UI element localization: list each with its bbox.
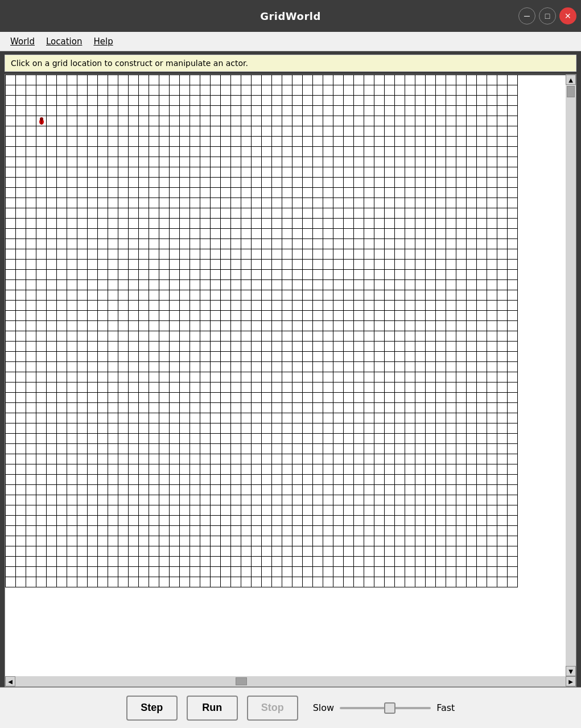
grid-cell[interactable] [426,434,436,444]
grid-cell[interactable] [57,198,67,208]
grid-cell[interactable] [57,280,67,290]
grid-cell[interactable] [190,96,200,106]
grid-cell[interactable] [354,393,364,403]
grid-cell[interactable] [77,423,88,434]
grid-cell[interactable] [467,301,477,311]
grid-cell[interactable] [467,311,477,321]
grid-cell[interactable] [231,393,241,403]
grid-cell[interactable] [200,464,211,475]
grid-cell[interactable] [241,393,252,403]
grid-cell[interactable] [159,444,170,454]
grid-cell[interactable] [170,188,180,198]
grid-cell[interactable] [426,342,436,352]
grid-cell[interactable] [6,198,16,208]
grid-cell[interactable] [415,403,426,413]
grid-cell[interactable] [477,147,487,157]
grid-cell[interactable] [467,157,477,167]
grid-cell[interactable] [272,423,282,434]
grid-cell[interactable] [272,352,282,362]
grid-cell[interactable] [16,167,26,178]
grid-cell[interactable] [57,567,67,577]
grid-cell[interactable] [282,116,292,126]
grid-cell[interactable] [57,260,67,270]
grid-cell[interactable] [303,434,313,444]
grid-cell[interactable] [200,260,211,270]
grid-cell[interactable] [374,464,385,475]
grid-cell[interactable] [333,557,344,567]
grid-cell[interactable] [170,85,180,96]
grid-cell[interactable] [98,413,108,423]
grid-cell[interactable] [467,423,477,434]
grid-cell[interactable] [282,147,292,157]
grid-cell[interactable] [395,270,405,280]
grid-cell[interactable] [118,126,129,137]
grid-cell[interactable] [395,393,405,403]
grid-cell[interactable] [129,198,139,208]
grid-cell[interactable] [426,126,436,137]
grid-cell[interactable] [16,352,26,362]
grid-cell[interactable] [149,219,159,229]
grid-cell[interactable] [354,229,364,239]
grid-cell[interactable] [313,178,323,188]
grid-cell[interactable] [374,96,385,106]
grid-cell[interactable] [395,577,405,587]
grid-cell[interactable] [47,147,57,157]
grid-cell[interactable] [323,505,333,516]
close-button[interactable]: ✕ [559,7,576,24]
grid-cell[interactable] [446,546,456,557]
grid-cell[interactable] [436,178,446,188]
grid-cell[interactable] [170,546,180,557]
grid-cell[interactable] [354,516,364,526]
grid-cell[interactable] [497,116,508,126]
grid-cell[interactable] [385,229,395,239]
grid-cell[interactable] [262,577,272,587]
grid-cell[interactable] [262,147,272,157]
grid-cell[interactable] [282,280,292,290]
grid-cell[interactable] [344,444,354,454]
grid-cell[interactable] [364,321,374,331]
grid-cell[interactable] [262,301,272,311]
grid-cell[interactable] [118,137,129,147]
grid-cell[interactable] [77,85,88,96]
grid-cell[interactable] [333,444,344,454]
grid-cell[interactable] [129,536,139,546]
grid-cell[interactable] [415,126,426,137]
grid-cell[interactable] [149,239,159,249]
grid-cell[interactable] [282,372,292,382]
grid-cell[interactable] [200,557,211,567]
grid-cell[interactable] [354,485,364,495]
grid-cell[interactable] [333,321,344,331]
grid-cell[interactable] [241,290,252,301]
grid-cell[interactable] [211,413,221,423]
grid-cell[interactable] [159,505,170,516]
grid-cell[interactable] [16,85,26,96]
grid-cell[interactable] [200,526,211,536]
grid-cell[interactable] [108,290,118,301]
grid-cell[interactable] [313,208,323,219]
grid-cell[interactable] [456,198,467,208]
grid-cell[interactable] [108,260,118,270]
grid-cell[interactable] [170,413,180,423]
grid-cell[interactable] [344,96,354,106]
grid-cell[interactable] [292,546,303,557]
grid-cell[interactable] [364,137,374,147]
grid-cell[interactable] [323,475,333,485]
grid-cell[interactable] [385,372,395,382]
grid-cell[interactable] [139,485,149,495]
speed-thumb[interactable] [384,702,395,714]
grid-cell[interactable] [282,557,292,567]
grid-cell[interactable] [313,157,323,167]
grid-cell[interactable] [262,567,272,577]
grid-cell[interactable] [77,393,88,403]
grid-cell[interactable] [456,85,467,96]
grid-cell[interactable] [36,188,47,198]
grid-cell[interactable] [323,167,333,178]
grid-cell[interactable] [67,464,77,475]
grid-cell[interactable] [303,198,313,208]
grid-cell[interactable] [6,290,16,301]
grid-cell[interactable] [190,116,200,126]
grid-cell[interactable] [98,290,108,301]
grid-cell[interactable] [180,229,190,239]
grid-cell[interactable] [200,403,211,413]
grid-cell[interactable] [497,96,508,106]
